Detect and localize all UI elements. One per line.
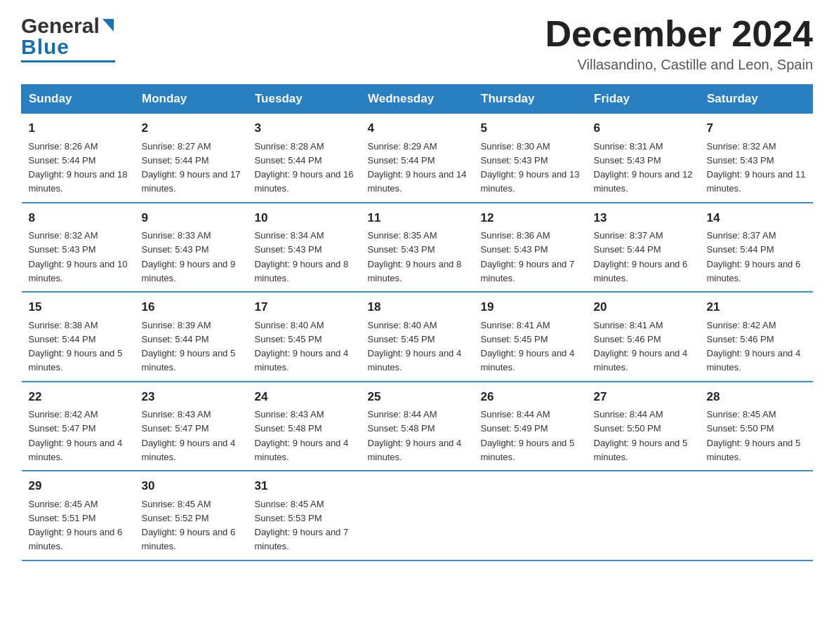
day-number: 5 (481, 119, 580, 137)
day-info: Sunrise: 8:41 AMSunset: 5:45 PMDaylight:… (481, 320, 575, 373)
table-row: 3 Sunrise: 8:28 AMSunset: 5:44 PMDayligh… (248, 114, 361, 203)
day-number: 20 (594, 298, 693, 316)
table-row: 10 Sunrise: 8:34 AMSunset: 5:43 PMDaylig… (248, 203, 361, 293)
day-number: 9 (142, 209, 241, 227)
day-info: Sunrise: 8:40 AMSunset: 5:45 PMDaylight:… (368, 320, 462, 373)
table-row: 17 Sunrise: 8:40 AMSunset: 5:45 PMDaylig… (248, 292, 361, 382)
day-number: 22 (29, 388, 128, 406)
table-row (700, 471, 813, 561)
table-row (587, 471, 700, 561)
table-row: 24 Sunrise: 8:43 AMSunset: 5:48 PMDaylig… (248, 382, 361, 471)
day-info: Sunrise: 8:43 AMSunset: 5:47 PMDaylight:… (142, 409, 236, 462)
day-info: Sunrise: 8:40 AMSunset: 5:45 PMDaylight:… (255, 320, 349, 373)
table-row: 21 Sunrise: 8:42 AMSunset: 5:46 PMDaylig… (700, 292, 813, 382)
day-number: 6 (594, 119, 693, 137)
table-row: 16 Sunrise: 8:39 AMSunset: 5:44 PMDaylig… (135, 292, 248, 382)
logo-general-text: General (21, 14, 100, 38)
day-info: Sunrise: 8:32 AMSunset: 5:43 PMDaylight:… (29, 230, 128, 283)
table-row: 1 Sunrise: 8:26 AMSunset: 5:44 PMDayligh… (22, 114, 135, 203)
day-info: Sunrise: 8:45 AMSunset: 5:52 PMDaylight:… (142, 499, 236, 552)
table-row: 9 Sunrise: 8:33 AMSunset: 5:43 PMDayligh… (135, 203, 248, 293)
logo-underline (21, 60, 115, 62)
table-row: 20 Sunrise: 8:41 AMSunset: 5:46 PMDaylig… (587, 292, 700, 382)
day-info: Sunrise: 8:45 AMSunset: 5:50 PMDaylight:… (707, 409, 801, 462)
day-number: 21 (707, 298, 806, 316)
day-number: 2 (142, 119, 241, 137)
month-title: December 2024 (545, 14, 813, 54)
table-row: 8 Sunrise: 8:32 AMSunset: 5:43 PMDayligh… (22, 203, 135, 293)
table-row: 5 Sunrise: 8:30 AMSunset: 5:43 PMDayligh… (474, 114, 587, 203)
day-number: 26 (481, 388, 580, 406)
day-info: Sunrise: 8:39 AMSunset: 5:44 PMDaylight:… (142, 320, 236, 373)
table-row: 2 Sunrise: 8:27 AMSunset: 5:44 PMDayligh… (135, 114, 248, 203)
col-monday: Monday (135, 85, 248, 114)
table-row: 11 Sunrise: 8:35 AMSunset: 5:43 PMDaylig… (361, 203, 474, 293)
calendar-table: Sunday Monday Tuesday Wednesday Thursday… (21, 84, 813, 561)
day-number: 31 (255, 477, 354, 495)
day-info: Sunrise: 8:36 AMSunset: 5:43 PMDaylight:… (481, 230, 575, 283)
logo-triangle-icon (101, 19, 115, 34)
table-row: 23 Sunrise: 8:43 AMSunset: 5:47 PMDaylig… (135, 382, 248, 471)
calendar-week-row: 8 Sunrise: 8:32 AMSunset: 5:43 PMDayligh… (22, 203, 813, 293)
day-info: Sunrise: 8:42 AMSunset: 5:47 PMDaylight:… (29, 409, 123, 462)
calendar-week-row: 29 Sunrise: 8:45 AMSunset: 5:51 PMDaylig… (22, 471, 813, 561)
col-saturday: Saturday (700, 85, 813, 114)
col-wednesday: Wednesday (361, 85, 474, 114)
table-row (474, 471, 587, 561)
day-number: 11 (368, 209, 467, 227)
table-row: 14 Sunrise: 8:37 AMSunset: 5:44 PMDaylig… (700, 203, 813, 293)
page-header: General Blue December 2024 Villasandino,… (21, 14, 813, 73)
day-info: Sunrise: 8:38 AMSunset: 5:44 PMDaylight:… (29, 320, 123, 373)
day-info: Sunrise: 8:31 AMSunset: 5:43 PMDaylight:… (594, 141, 693, 194)
table-row: 31 Sunrise: 8:45 AMSunset: 5:53 PMDaylig… (248, 471, 361, 561)
day-number: 8 (29, 209, 128, 227)
day-info: Sunrise: 8:37 AMSunset: 5:44 PMDaylight:… (594, 230, 688, 283)
day-info: Sunrise: 8:41 AMSunset: 5:46 PMDaylight:… (594, 320, 688, 373)
table-row: 22 Sunrise: 8:42 AMSunset: 5:47 PMDaylig… (22, 382, 135, 471)
day-number: 28 (707, 388, 806, 406)
calendar-week-row: 22 Sunrise: 8:42 AMSunset: 5:47 PMDaylig… (22, 382, 813, 471)
day-number: 18 (368, 298, 467, 316)
day-number: 27 (594, 388, 693, 406)
day-info: Sunrise: 8:27 AMSunset: 5:44 PMDaylight:… (142, 141, 241, 194)
table-row: 25 Sunrise: 8:44 AMSunset: 5:48 PMDaylig… (361, 382, 474, 471)
day-info: Sunrise: 8:42 AMSunset: 5:46 PMDaylight:… (707, 320, 801, 373)
title-section: December 2024 Villasandino, Castille and… (545, 14, 813, 73)
day-info: Sunrise: 8:35 AMSunset: 5:43 PMDaylight:… (368, 230, 462, 283)
day-number: 25 (368, 388, 467, 406)
day-info: Sunrise: 8:29 AMSunset: 5:44 PMDaylight:… (368, 141, 467, 194)
day-info: Sunrise: 8:44 AMSunset: 5:49 PMDaylight:… (481, 409, 575, 462)
location-text: Villasandino, Castille and Leon, Spain (545, 57, 813, 73)
table-row: 4 Sunrise: 8:29 AMSunset: 5:44 PMDayligh… (361, 114, 474, 203)
day-number: 29 (29, 477, 128, 495)
day-number: 30 (142, 477, 241, 495)
day-number: 1 (29, 119, 128, 137)
day-number: 14 (707, 209, 806, 227)
table-row: 18 Sunrise: 8:40 AMSunset: 5:45 PMDaylig… (361, 292, 474, 382)
day-info: Sunrise: 8:34 AMSunset: 5:43 PMDaylight:… (255, 230, 349, 283)
day-info: Sunrise: 8:45 AMSunset: 5:53 PMDaylight:… (255, 499, 349, 552)
col-tuesday: Tuesday (248, 85, 361, 114)
day-number: 3 (255, 119, 354, 137)
table-row: 7 Sunrise: 8:32 AMSunset: 5:43 PMDayligh… (700, 114, 813, 203)
day-info: Sunrise: 8:33 AMSunset: 5:43 PMDaylight:… (142, 230, 236, 283)
calendar-week-row: 15 Sunrise: 8:38 AMSunset: 5:44 PMDaylig… (22, 292, 813, 382)
col-thursday: Thursday (474, 85, 587, 114)
day-number: 17 (255, 298, 354, 316)
day-number: 10 (255, 209, 354, 227)
day-info: Sunrise: 8:26 AMSunset: 5:44 PMDaylight:… (29, 141, 128, 194)
table-row: 15 Sunrise: 8:38 AMSunset: 5:44 PMDaylig… (22, 292, 135, 382)
day-info: Sunrise: 8:45 AMSunset: 5:51 PMDaylight:… (29, 499, 123, 552)
day-number: 24 (255, 388, 354, 406)
day-number: 15 (29, 298, 128, 316)
table-row: 30 Sunrise: 8:45 AMSunset: 5:52 PMDaylig… (135, 471, 248, 561)
calendar-header-row: Sunday Monday Tuesday Wednesday Thursday… (22, 85, 813, 114)
table-row: 26 Sunrise: 8:44 AMSunset: 5:49 PMDaylig… (474, 382, 587, 471)
table-row: 12 Sunrise: 8:36 AMSunset: 5:43 PMDaylig… (474, 203, 587, 293)
table-row: 13 Sunrise: 8:37 AMSunset: 5:44 PMDaylig… (587, 203, 700, 293)
day-number: 13 (594, 209, 693, 227)
logo: General Blue (21, 14, 115, 62)
table-row: 6 Sunrise: 8:31 AMSunset: 5:43 PMDayligh… (587, 114, 700, 203)
day-info: Sunrise: 8:37 AMSunset: 5:44 PMDaylight:… (707, 230, 801, 283)
col-sunday: Sunday (22, 85, 135, 114)
